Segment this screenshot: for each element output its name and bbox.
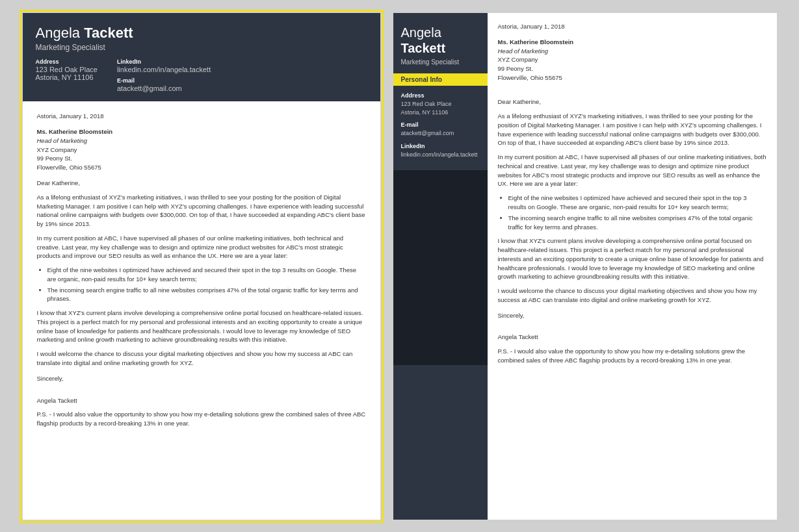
left-recipient: Ms. Katherine Bloomstein Head of Marketi… — [37, 127, 366, 172]
left-ps: P.S. - I would also value the opportunit… — [37, 410, 366, 428]
right-addr2: Flowerville, Ohio 55675 — [498, 73, 766, 82]
right-name: Angela Tackett — [401, 25, 480, 56]
left-name: Angela Tackett — [36, 25, 367, 42]
right-para3: I know that XYZ's current plans involve … — [498, 236, 766, 281]
left-address-line2: Astoria, NY 11106 — [36, 73, 98, 81]
right-name-block: Angela Tackett Marketing Specialist — [393, 13, 488, 73]
right-first-name: Angela — [401, 25, 441, 40]
right-bullet2: The incoming search engine traffic to al… — [508, 214, 766, 232]
right-ps: P.S. - I would also value the opportunit… — [498, 347, 766, 365]
left-address2: Flowerville, Ohio 55675 — [37, 163, 366, 172]
left-sincerely: Sincerely, — [37, 374, 366, 383]
left-body: Astoria, January 1, 2018 Ms. Katherine B… — [23, 101, 380, 438]
left-date: Astoria, January 1, 2018 — [37, 112, 366, 121]
left-recipient-name: Ms. Katherine Bloomstein — [37, 127, 366, 136]
left-address1: 99 Peony St. — [37, 154, 366, 163]
left-title: Marketing Specialist — [36, 43, 367, 52]
right-para4: I would welcome the chance to discuss yo… — [498, 286, 766, 305]
right-email-value: atackett@gmail.com — [401, 129, 480, 138]
right-address-label: Address — [401, 92, 480, 99]
left-bullets: Eight of the nine websites I optimized h… — [47, 266, 366, 303]
right-linkedin-value: linkedin.com/in/angela.tackett — [401, 151, 480, 159]
left-para1: As a lifelong enthusiast of XYZ's market… — [37, 193, 366, 229]
left-linkedin-label: LinkedIn — [117, 58, 211, 65]
right-sidebar: Angela Tackett Marketing Specialist Pers… — [393, 13, 488, 520]
right-info-section: Address 123 Red Oak Place Astoria, NY 11… — [393, 86, 488, 170]
right-bullet1: Eight of the nine websites I optimized h… — [508, 194, 766, 212]
left-linkedin-value: linkedin.com/in/angela.tackett — [117, 66, 211, 73]
right-address-value: 123 Red Oak Place Astoria, NY 11106 — [401, 100, 480, 116]
left-address: Address 123 Red Oak Place Astoria, NY 11… — [36, 58, 98, 81]
right-linkedin-label: LinkedIn — [401, 143, 480, 149]
right-para2: In my current position at ABC, I have su… — [498, 153, 766, 188]
left-bullet1: Eight of the nine websites I optimized h… — [47, 266, 366, 284]
right-content: Astoria, January 1, 2018 Ms. Katherine B… — [488, 13, 777, 520]
right-address-line1: 123 Red Oak Place — [401, 101, 452, 107]
right-dear: Dear Katherine, — [498, 97, 766, 107]
left-email-label: E-mail — [117, 77, 211, 84]
left-linkedin: LinkedIn linkedin.com/in/angela.tackett — [117, 58, 211, 73]
left-closing: Sincerely, Angela Tackett — [37, 374, 366, 405]
right-signature: Angela Tackett — [498, 333, 766, 342]
left-company: XYZ Company — [37, 146, 366, 155]
right-document: Angela Tackett Marketing Specialist Pers… — [393, 13, 777, 520]
right-para1: As a lifelong enthusiast of XYZ's market… — [498, 112, 766, 147]
right-email-label: E-mail — [401, 121, 480, 128]
left-dear: Dear Katherine, — [37, 179, 366, 188]
left-email: E-mail atackett@gmail.com — [117, 77, 211, 92]
left-para3: I know that XYZ's current plans involve … — [37, 309, 366, 344]
right-last-name: Tackett — [401, 40, 480, 56]
left-first-name: Angela — [36, 25, 81, 41]
right-title: Marketing Specialist — [401, 58, 480, 66]
right-company: XYZ Company — [498, 55, 766, 64]
right-sincerely: Sincerely, — [498, 311, 766, 320]
left-signature: Angela Tackett — [37, 396, 366, 405]
left-para4: I would welcome the chance to discuss yo… — [37, 349, 366, 368]
right-dark-block — [393, 170, 488, 365]
left-header: Angela Tackett Marketing Specialist Addr… — [23, 13, 380, 101]
left-recipient-role: Head of Marketing — [37, 136, 366, 146]
right-date: Astoria, January 1, 2018 — [498, 22, 766, 31]
right-personal-info-header: Personal Info — [393, 73, 488, 86]
left-bullet2: The incoming search engine traffic to al… — [47, 286, 366, 304]
left-address-line1: 123 Red Oak Place — [36, 66, 98, 73]
left-para2: In my current position at ABC, I have su… — [37, 234, 366, 260]
right-recipient-name: Ms. Katherine Bloomstein — [498, 38, 766, 47]
right-bullets: Eight of the nine websites I optimized h… — [508, 194, 766, 231]
right-addr1: 99 Peony St. — [498, 64, 766, 73]
left-last-name: Tackett — [84, 25, 133, 41]
left-email-value: atackett@gmail.com — [117, 84, 211, 92]
right-address-line2: Astoria, NY 11106 — [401, 109, 449, 116]
right-recipient-role: Head of Marketing — [498, 47, 766, 56]
right-closing: Sincerely, Angela Tackett — [498, 311, 766, 342]
right-recipient: Ms. Katherine Bloomstein Head of Marketi… — [498, 38, 766, 82]
left-address-label: Address — [36, 58, 98, 65]
left-document: Angela Tackett Marketing Specialist Addr… — [23, 13, 380, 520]
